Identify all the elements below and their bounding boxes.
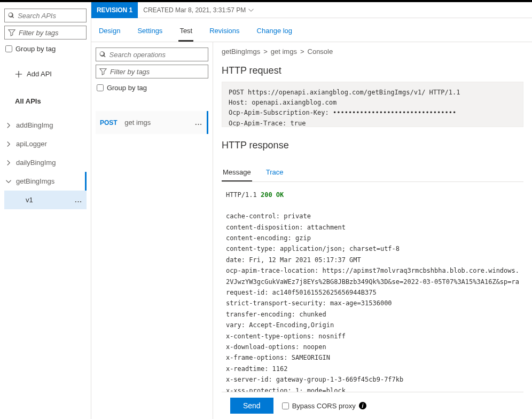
breadcrumb-1[interactable]: get imgs	[271, 48, 297, 56]
search-operations-field[interactable]	[109, 51, 205, 59]
group-by-tag-ops-checkbox[interactable]	[97, 84, 104, 91]
response-tab-message[interactable]: Message	[222, 164, 252, 181]
api-item-label: addBingImg	[16, 121, 53, 129]
api-item-label: apiLogger	[16, 140, 47, 148]
group-by-tag-label: Group by tag	[15, 45, 56, 53]
group-by-tag-ops[interactable]: Group by tag	[96, 82, 208, 94]
all-apis-link[interactable]: All APIs	[4, 93, 87, 109]
http-request-block: POST https://openapi.axiangblog.com/getB…	[222, 82, 523, 127]
bypass-cors-row[interactable]: Bypass CORS proxy i	[282, 402, 366, 410]
api-item-getbingimgs[interactable]: getBingImgs	[4, 172, 87, 191]
add-api-button[interactable]: Add API	[4, 66, 87, 82]
revision-date-dropdown[interactable]: CREATED Mar 8, 2021, 3:31:57 PM	[138, 6, 260, 14]
api-item-label: dailyBingImg	[16, 159, 56, 167]
search-operations-input[interactable]	[96, 48, 208, 61]
search-apis-field[interactable]	[18, 12, 83, 20]
api-item-dailybingimg[interactable]: dailyBingImg	[4, 153, 87, 172]
revision-badge[interactable]: REVISION 1	[91, 2, 138, 18]
chevron-right-icon	[5, 141, 12, 147]
breadcrumb-2: Console	[308, 48, 333, 56]
search-apis-input[interactable]	[4, 9, 87, 22]
api-version-label: v1	[26, 196, 33, 204]
revision-bar: REVISION 1 CREATED Mar 8, 2021, 3:31:57 …	[91, 2, 532, 18]
bypass-cors-checkbox[interactable]	[282, 402, 289, 409]
breadcrumb-0[interactable]: getBingImgs	[222, 48, 260, 56]
bypass-cors-label: Bypass CORS proxy	[292, 402, 356, 410]
footer-bar: Send Bypass CORS proxy i	[222, 392, 523, 419]
response-tab-trace[interactable]: Trace	[265, 164, 285, 181]
tab-settings[interactable]: Settings	[136, 23, 163, 42]
main-tabs: Design Settings Test Revisions Change lo…	[91, 18, 532, 42]
api-item-addbingimg[interactable]: addBingImg	[4, 116, 87, 135]
filter-operations[interactable]: Filter by tags	[96, 65, 208, 78]
chevron-right-icon	[5, 160, 12, 166]
chevron-right-icon	[5, 122, 12, 129]
sidebar-apis: Filter by tags Group by tag Add API All …	[0, 2, 91, 419]
group-by-tag-ops-label: Group by tag	[107, 84, 147, 92]
main-content: REVISION 1 CREATED Mar 8, 2021, 3:31:57 …	[91, 2, 532, 419]
response-body: HTTP/1.1 200 OK cache-control: private c…	[222, 182, 523, 392]
send-button[interactable]: Send	[230, 398, 273, 414]
operation-name: get imgs	[124, 118, 151, 127]
response-tabs: Message Trace	[222, 164, 523, 182]
operation-item[interactable]: POST get imgs ...	[96, 111, 208, 134]
http-request-title: HTTP request	[222, 65, 523, 76]
group-by-tag-checkbox[interactable]	[5, 45, 12, 52]
group-by-tag-apis[interactable]: Group by tag	[4, 43, 87, 55]
api-item-apilogger[interactable]: apiLogger	[4, 135, 87, 153]
api-item-label: getBingImgs	[16, 177, 54, 185]
filter-apis[interactable]: Filter by tags	[4, 26, 87, 39]
search-icon	[99, 51, 106, 58]
filter-apis-label: Filter by tags	[19, 29, 58, 37]
revision-date-text: Mar 8, 2021, 3:31:57 PM	[175, 6, 246, 14]
filter-operations-label: Filter by tags	[110, 68, 150, 76]
plus-icon	[15, 70, 22, 78]
details-panel: getBingImgs>get imgs>Console HTTP reques…	[213, 42, 532, 419]
operations-panel: Filter by tags Group by tag POST get img…	[91, 42, 213, 419]
tab-revisions[interactable]: Revisions	[208, 23, 240, 42]
tab-test[interactable]: Test	[178, 23, 193, 42]
chevron-down-icon	[5, 178, 12, 185]
search-icon	[8, 12, 14, 19]
chevron-down-icon	[248, 7, 254, 13]
tab-design[interactable]: Design	[98, 23, 121, 42]
operation-method: POST	[100, 119, 118, 127]
filter-icon	[99, 68, 107, 75]
api-version-v1[interactable]: v1 ...	[4, 191, 87, 209]
add-api-label: Add API	[27, 70, 52, 78]
tab-changelog[interactable]: Change log	[256, 23, 294, 42]
info-icon[interactable]: i	[359, 402, 366, 409]
more-icon[interactable]: ...	[195, 118, 202, 127]
http-response-title: HTTP response	[222, 140, 523, 151]
more-icon[interactable]: ...	[75, 196, 82, 204]
filter-icon	[8, 29, 15, 36]
breadcrumb: getBingImgs>get imgs>Console	[222, 48, 523, 56]
revision-created-label: CREATED	[143, 6, 173, 14]
